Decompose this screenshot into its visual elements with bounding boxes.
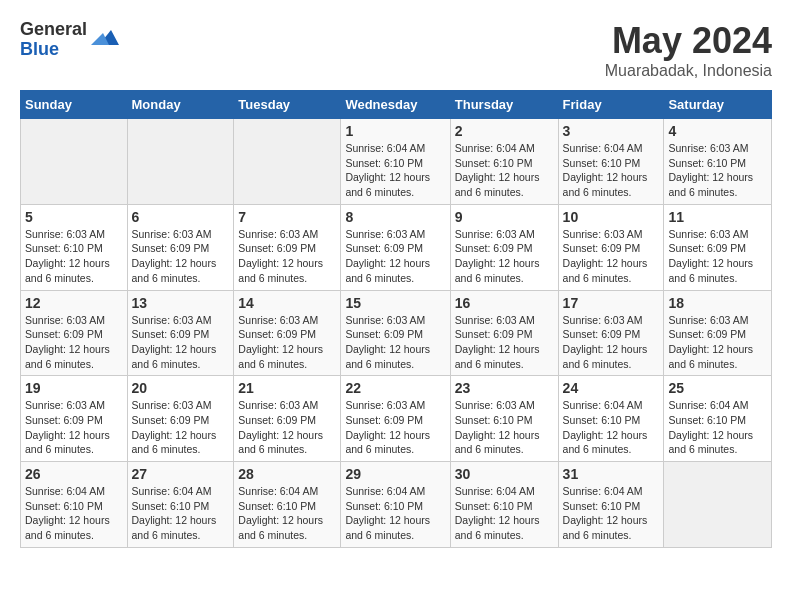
day-number: 4 xyxy=(668,123,767,139)
calendar-cell xyxy=(234,119,341,205)
calendar-cell: 16Sunrise: 6:03 AM Sunset: 6:09 PM Dayli… xyxy=(450,290,558,376)
calendar-cell: 25Sunrise: 6:04 AM Sunset: 6:10 PM Dayli… xyxy=(664,376,772,462)
day-number: 21 xyxy=(238,380,336,396)
day-number: 13 xyxy=(132,295,230,311)
day-number: 11 xyxy=(668,209,767,225)
day-number: 3 xyxy=(563,123,660,139)
day-number: 28 xyxy=(238,466,336,482)
calendar-cell: 7Sunrise: 6:03 AM Sunset: 6:09 PM Daylig… xyxy=(234,204,341,290)
day-info: Sunrise: 6:03 AM Sunset: 6:09 PM Dayligh… xyxy=(345,227,445,286)
title-block: May 2024 Muarabadak, Indonesia xyxy=(605,20,772,80)
day-info: Sunrise: 6:04 AM Sunset: 6:10 PM Dayligh… xyxy=(238,484,336,543)
calendar-row-3: 19Sunrise: 6:03 AM Sunset: 6:09 PM Dayli… xyxy=(21,376,772,462)
day-info: Sunrise: 6:03 AM Sunset: 6:10 PM Dayligh… xyxy=(668,141,767,200)
logo-icon xyxy=(91,25,121,55)
day-info: Sunrise: 6:04 AM Sunset: 6:10 PM Dayligh… xyxy=(345,141,445,200)
day-info: Sunrise: 6:04 AM Sunset: 6:10 PM Dayligh… xyxy=(563,398,660,457)
day-info: Sunrise: 6:03 AM Sunset: 6:09 PM Dayligh… xyxy=(345,313,445,372)
calendar-cell xyxy=(127,119,234,205)
calendar-cell: 28Sunrise: 6:04 AM Sunset: 6:10 PM Dayli… xyxy=(234,462,341,548)
day-number: 5 xyxy=(25,209,123,225)
month-year-title: May 2024 xyxy=(605,20,772,62)
calendar-cell: 4Sunrise: 6:03 AM Sunset: 6:10 PM Daylig… xyxy=(664,119,772,205)
day-info: Sunrise: 6:03 AM Sunset: 6:09 PM Dayligh… xyxy=(345,398,445,457)
calendar-cell: 10Sunrise: 6:03 AM Sunset: 6:09 PM Dayli… xyxy=(558,204,664,290)
calendar-row-0: 1Sunrise: 6:04 AM Sunset: 6:10 PM Daylig… xyxy=(21,119,772,205)
calendar-cell: 5Sunrise: 6:03 AM Sunset: 6:10 PM Daylig… xyxy=(21,204,128,290)
day-info: Sunrise: 6:03 AM Sunset: 6:09 PM Dayligh… xyxy=(132,227,230,286)
logo: General Blue xyxy=(20,20,121,60)
calendar-row-1: 5Sunrise: 6:03 AM Sunset: 6:10 PM Daylig… xyxy=(21,204,772,290)
calendar-cell: 31Sunrise: 6:04 AM Sunset: 6:10 PM Dayli… xyxy=(558,462,664,548)
day-info: Sunrise: 6:03 AM Sunset: 6:09 PM Dayligh… xyxy=(25,398,123,457)
day-info: Sunrise: 6:03 AM Sunset: 6:09 PM Dayligh… xyxy=(668,227,767,286)
day-number: 26 xyxy=(25,466,123,482)
day-number: 23 xyxy=(455,380,554,396)
header-saturday: Saturday xyxy=(664,91,772,119)
day-info: Sunrise: 6:03 AM Sunset: 6:09 PM Dayligh… xyxy=(25,313,123,372)
day-info: Sunrise: 6:03 AM Sunset: 6:10 PM Dayligh… xyxy=(455,398,554,457)
calendar-cell: 15Sunrise: 6:03 AM Sunset: 6:09 PM Dayli… xyxy=(341,290,450,376)
calendar-cell: 1Sunrise: 6:04 AM Sunset: 6:10 PM Daylig… xyxy=(341,119,450,205)
calendar-cell: 23Sunrise: 6:03 AM Sunset: 6:10 PM Dayli… xyxy=(450,376,558,462)
calendar-cell: 19Sunrise: 6:03 AM Sunset: 6:09 PM Dayli… xyxy=(21,376,128,462)
day-info: Sunrise: 6:03 AM Sunset: 6:09 PM Dayligh… xyxy=(132,313,230,372)
day-info: Sunrise: 6:04 AM Sunset: 6:10 PM Dayligh… xyxy=(668,398,767,457)
calendar-cell: 3Sunrise: 6:04 AM Sunset: 6:10 PM Daylig… xyxy=(558,119,664,205)
day-number: 27 xyxy=(132,466,230,482)
header-thursday: Thursday xyxy=(450,91,558,119)
day-info: Sunrise: 6:03 AM Sunset: 6:09 PM Dayligh… xyxy=(563,313,660,372)
calendar-cell: 11Sunrise: 6:03 AM Sunset: 6:09 PM Dayli… xyxy=(664,204,772,290)
day-number: 18 xyxy=(668,295,767,311)
day-info: Sunrise: 6:03 AM Sunset: 6:09 PM Dayligh… xyxy=(455,227,554,286)
day-number: 24 xyxy=(563,380,660,396)
page-header: General Blue May 2024 Muarabadak, Indone… xyxy=(20,20,772,80)
day-number: 9 xyxy=(455,209,554,225)
day-info: Sunrise: 6:03 AM Sunset: 6:09 PM Dayligh… xyxy=(132,398,230,457)
day-number: 10 xyxy=(563,209,660,225)
header-row: Sunday Monday Tuesday Wednesday Thursday… xyxy=(21,91,772,119)
calendar-cell: 24Sunrise: 6:04 AM Sunset: 6:10 PM Dayli… xyxy=(558,376,664,462)
day-number: 14 xyxy=(238,295,336,311)
calendar-cell: 21Sunrise: 6:03 AM Sunset: 6:09 PM Dayli… xyxy=(234,376,341,462)
day-info: Sunrise: 6:04 AM Sunset: 6:10 PM Dayligh… xyxy=(455,141,554,200)
day-number: 29 xyxy=(345,466,445,482)
day-number: 31 xyxy=(563,466,660,482)
calendar-cell: 12Sunrise: 6:03 AM Sunset: 6:09 PM Dayli… xyxy=(21,290,128,376)
calendar-cell: 18Sunrise: 6:03 AM Sunset: 6:09 PM Dayli… xyxy=(664,290,772,376)
calendar-cell xyxy=(21,119,128,205)
day-number: 16 xyxy=(455,295,554,311)
day-number: 20 xyxy=(132,380,230,396)
day-info: Sunrise: 6:04 AM Sunset: 6:10 PM Dayligh… xyxy=(25,484,123,543)
header-sunday: Sunday xyxy=(21,91,128,119)
day-number: 19 xyxy=(25,380,123,396)
day-number: 12 xyxy=(25,295,123,311)
day-number: 15 xyxy=(345,295,445,311)
calendar-row-2: 12Sunrise: 6:03 AM Sunset: 6:09 PM Dayli… xyxy=(21,290,772,376)
calendar-cell: 8Sunrise: 6:03 AM Sunset: 6:09 PM Daylig… xyxy=(341,204,450,290)
calendar-cell: 27Sunrise: 6:04 AM Sunset: 6:10 PM Dayli… xyxy=(127,462,234,548)
calendar-cell: 20Sunrise: 6:03 AM Sunset: 6:09 PM Dayli… xyxy=(127,376,234,462)
calendar-cell: 13Sunrise: 6:03 AM Sunset: 6:09 PM Dayli… xyxy=(127,290,234,376)
calendar-header: Sunday Monday Tuesday Wednesday Thursday… xyxy=(21,91,772,119)
header-tuesday: Tuesday xyxy=(234,91,341,119)
header-friday: Friday xyxy=(558,91,664,119)
location-subtitle: Muarabadak, Indonesia xyxy=(605,62,772,80)
day-number: 2 xyxy=(455,123,554,139)
day-number: 30 xyxy=(455,466,554,482)
calendar-cell: 17Sunrise: 6:03 AM Sunset: 6:09 PM Dayli… xyxy=(558,290,664,376)
day-info: Sunrise: 6:04 AM Sunset: 6:10 PM Dayligh… xyxy=(132,484,230,543)
header-wednesday: Wednesday xyxy=(341,91,450,119)
day-info: Sunrise: 6:03 AM Sunset: 6:09 PM Dayligh… xyxy=(455,313,554,372)
day-info: Sunrise: 6:04 AM Sunset: 6:10 PM Dayligh… xyxy=(455,484,554,543)
day-info: Sunrise: 6:04 AM Sunset: 6:10 PM Dayligh… xyxy=(563,484,660,543)
calendar-cell: 30Sunrise: 6:04 AM Sunset: 6:10 PM Dayli… xyxy=(450,462,558,548)
calendar-table: Sunday Monday Tuesday Wednesday Thursday… xyxy=(20,90,772,548)
calendar-cell xyxy=(664,462,772,548)
calendar-cell: 29Sunrise: 6:04 AM Sunset: 6:10 PM Dayli… xyxy=(341,462,450,548)
day-number: 17 xyxy=(563,295,660,311)
day-info: Sunrise: 6:03 AM Sunset: 6:09 PM Dayligh… xyxy=(238,227,336,286)
day-info: Sunrise: 6:03 AM Sunset: 6:09 PM Dayligh… xyxy=(238,398,336,457)
day-info: Sunrise: 6:03 AM Sunset: 6:10 PM Dayligh… xyxy=(25,227,123,286)
day-number: 1 xyxy=(345,123,445,139)
